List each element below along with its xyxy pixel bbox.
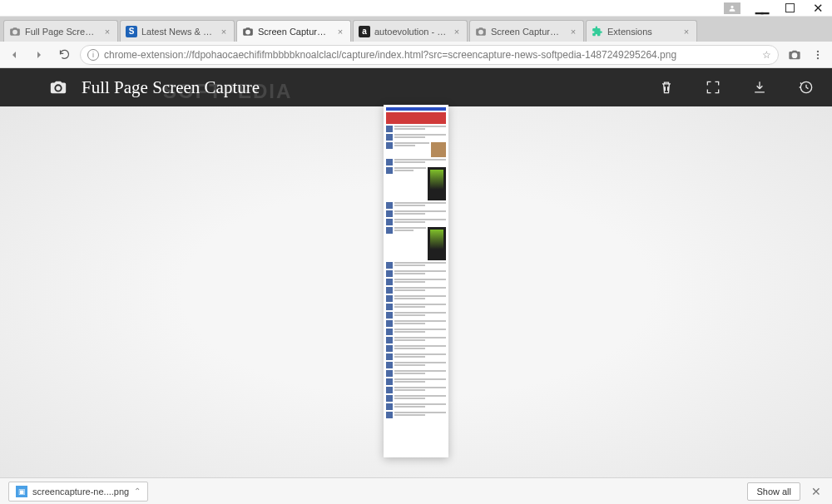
- tab-extensions[interactable]: Extensions ×: [586, 20, 697, 42]
- tab-screen-capture-result-active[interactable]: Screen Capture Result ×: [236, 20, 351, 42]
- tab-title: Full Page Screen Captu: [25, 27, 98, 37]
- window-close-button[interactable]: ✕: [804, 0, 832, 17]
- s-blue-icon: S: [126, 26, 137, 37]
- tab-title: Screen Capture Result: [491, 27, 564, 37]
- puzzle-icon: [592, 26, 603, 37]
- tab-close-button[interactable]: ×: [219, 27, 229, 37]
- tab-strip: Full Page Screen Captu × S Latest News &…: [0, 17, 832, 42]
- tab-close-button[interactable]: ×: [568, 27, 578, 37]
- tab-latest-news[interactable]: S Latest News & Reviews ×: [120, 20, 235, 42]
- show-all-downloads-button[interactable]: Show all: [747, 482, 800, 501]
- forward-button[interactable]: [30, 46, 48, 64]
- extension-actions: [657, 78, 815, 96]
- bookmark-star-icon[interactable]: ☆: [762, 49, 771, 61]
- tab-close-button[interactable]: ×: [452, 27, 462, 37]
- a-dark-icon: a: [359, 26, 370, 37]
- download-button[interactable]: [750, 78, 769, 96]
- extension-header: Full Page Screen Capture SOFTPEDIA: [0, 68, 832, 106]
- image-file-icon: ▣: [16, 486, 27, 497]
- download-shelf-close-button[interactable]: ✕: [809, 485, 824, 498]
- tab-screen-capture-result-2[interactable]: Screen Capture Result ×: [469, 20, 584, 42]
- camera-icon: [9, 26, 21, 37]
- tab-close-button[interactable]: ×: [681, 27, 691, 37]
- profile-avatar-chip[interactable]: [724, 2, 740, 14]
- delete-button[interactable]: [657, 78, 676, 96]
- extension-title: Full Page Screen Capture: [82, 77, 260, 98]
- extension-camera-icon[interactable]: [785, 46, 804, 64]
- tab-title: Latest News & Reviews: [141, 27, 215, 37]
- svg-point-0: [817, 50, 819, 52]
- download-item[interactable]: ▣ screencapture-ne....png ⌃: [8, 482, 148, 502]
- history-button[interactable]: [797, 78, 815, 96]
- download-shelf: ▣ screencapture-ne....png ⌃ Show all ✕: [0, 477, 832, 504]
- toolbar: i chrome-extension://fdpohaocaechififmbb…: [0, 42, 832, 68]
- app-logo-camera-icon: [47, 78, 70, 96]
- window-minimize-button[interactable]: ▁▁: [747, 0, 775, 17]
- address-bar[interactable]: i chrome-extension://fdpohaocaechififmbb…: [80, 45, 779, 65]
- tab-title: Extensions: [607, 27, 677, 37]
- tab-autoevolution[interactable]: a autoevolution - autom ×: [353, 20, 468, 42]
- svg-point-1: [817, 53, 819, 55]
- fullscreen-button[interactable]: [704, 78, 722, 96]
- svg-point-2: [817, 57, 819, 58]
- camera-icon: [475, 26, 487, 37]
- reload-button[interactable]: [55, 46, 73, 64]
- url-text: chrome-extension://fdpohaocaechififmbbbb…: [104, 49, 757, 61]
- tab-title: Screen Capture Result: [258, 27, 331, 37]
- window-titlebar: ▁▁ ✕: [0, 0, 832, 17]
- tab-close-button[interactable]: ×: [102, 27, 112, 37]
- camera-icon: [242, 26, 254, 37]
- tab-close-button[interactable]: ×: [335, 27, 345, 37]
- download-filename: screencapture-ne....png: [32, 487, 129, 497]
- chevron-up-icon[interactable]: ⌃: [134, 487, 141, 496]
- chrome-menu-button[interactable]: [809, 46, 827, 64]
- capture-preview-image[interactable]: [384, 105, 448, 457]
- back-button[interactable]: [5, 46, 23, 64]
- content-area: [0, 106, 832, 477]
- omnibox-actions: ☆: [762, 49, 771, 61]
- person-icon: [728, 4, 736, 12]
- tab-full-page-screen-capture[interactable]: Full Page Screen Captu ×: [3, 20, 118, 42]
- site-info-icon[interactable]: i: [87, 49, 99, 61]
- tab-title: autoevolution - autom: [374, 27, 448, 37]
- window-maximize-button[interactable]: [775, 0, 804, 17]
